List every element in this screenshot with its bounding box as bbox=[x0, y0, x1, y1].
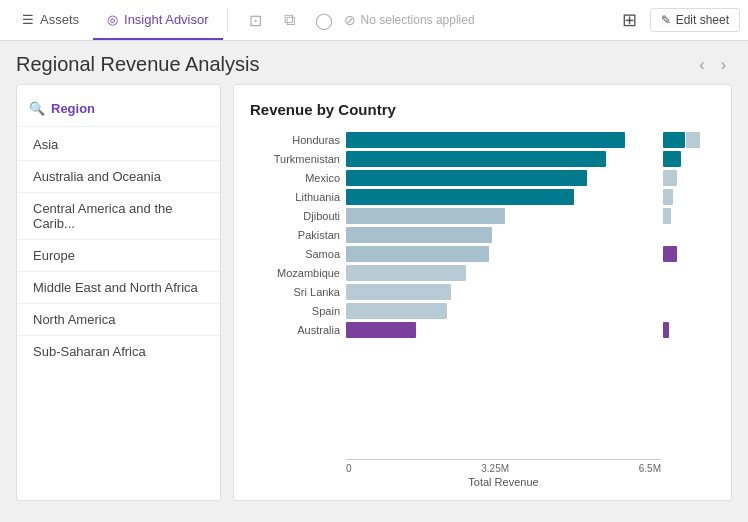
page-header: Regional Revenue Analysis ‹ › bbox=[0, 41, 748, 84]
bars-container bbox=[346, 265, 663, 281]
region-item[interactable]: Middle East and North Africa bbox=[17, 272, 220, 304]
region-item[interactable]: Sub-Saharan Africa bbox=[17, 336, 220, 367]
chart-row: Samoa bbox=[250, 246, 663, 262]
tab-assets[interactable]: ☰ Assets bbox=[8, 0, 93, 40]
bar-main[interactable] bbox=[346, 265, 466, 281]
bars-container bbox=[346, 208, 663, 224]
assets-label: Assets bbox=[40, 12, 79, 27]
right-bar-row bbox=[663, 265, 715, 281]
edit-sheet-btn[interactable]: ✎ Edit sheet bbox=[650, 8, 740, 32]
right-bar-seg bbox=[686, 132, 700, 148]
bars-container bbox=[346, 132, 663, 148]
grid-icon[interactable]: ⊞ bbox=[614, 4, 646, 36]
region-item[interactable]: Australia and Oceania bbox=[17, 161, 220, 193]
x-label-1: 3.25M bbox=[481, 463, 509, 474]
bars-container bbox=[346, 284, 663, 300]
row-label: Mozambique bbox=[250, 267, 340, 279]
region-item[interactable]: Asia bbox=[17, 129, 220, 161]
filter-search-area: 🔍 Region bbox=[17, 97, 220, 127]
region-item[interactable]: Europe bbox=[17, 240, 220, 272]
chart-row: Mexico bbox=[250, 170, 663, 186]
right-icons: ⊞ ✎ Edit sheet bbox=[614, 4, 740, 36]
bar-main[interactable] bbox=[346, 284, 451, 300]
bars-container bbox=[346, 151, 663, 167]
right-bar-row bbox=[663, 208, 715, 224]
top-nav: ☰ Assets ◎ Insight Advisor ⊡ ⧉ ◯ ⊘ No se… bbox=[0, 0, 748, 41]
bar-main[interactable] bbox=[346, 227, 492, 243]
assets-icon: ☰ bbox=[22, 12, 34, 27]
circle-select-btn[interactable]: ◯ bbox=[308, 4, 340, 36]
right-bar-seg bbox=[663, 151, 681, 167]
row-label: Lithuania bbox=[250, 191, 340, 203]
right-bar-seg bbox=[663, 170, 677, 186]
bar-main[interactable] bbox=[346, 208, 505, 224]
right-bar-row bbox=[663, 303, 715, 319]
right-bar-row bbox=[663, 284, 715, 300]
edit-sheet-label: Edit sheet bbox=[676, 13, 729, 27]
bars-container bbox=[346, 189, 663, 205]
page-title: Regional Revenue Analysis bbox=[16, 53, 260, 76]
right-bar-seg bbox=[663, 132, 685, 148]
right-bar-row bbox=[663, 170, 715, 186]
insight-icon: ◎ bbox=[107, 12, 118, 27]
bar-main[interactable] bbox=[346, 303, 447, 319]
bar-main[interactable] bbox=[346, 170, 587, 186]
region-item[interactable]: Central America and the Carib... bbox=[17, 193, 220, 240]
row-label: Spain bbox=[250, 305, 340, 317]
right-bar-row bbox=[663, 246, 715, 262]
x-label-0: 0 bbox=[346, 463, 352, 474]
row-label: Sri Lanka bbox=[250, 286, 340, 298]
right-bar-row bbox=[663, 151, 715, 167]
bars-container bbox=[346, 170, 663, 186]
filter-label: Region bbox=[51, 101, 95, 116]
right-bar-seg bbox=[663, 189, 673, 205]
x-axis-line bbox=[346, 459, 661, 460]
x-axis-title: Total Revenue bbox=[346, 476, 661, 488]
bar-main[interactable] bbox=[346, 246, 489, 262]
region-select-btn[interactable]: ⧉ bbox=[274, 4, 306, 36]
next-arrow-btn[interactable]: › bbox=[715, 54, 732, 76]
tab-insight-advisor[interactable]: ◎ Insight Advisor bbox=[93, 0, 223, 40]
toolbar-icons: ⊡ ⧉ ◯ bbox=[240, 4, 340, 36]
chart-title: Revenue by Country bbox=[250, 101, 715, 118]
no-selections-area: ⊘ No selections applied bbox=[344, 12, 475, 28]
region-item[interactable]: North America bbox=[17, 304, 220, 336]
x-axis: 0 3.25M 6.5M Total Revenue bbox=[250, 459, 715, 488]
prev-arrow-btn[interactable]: ‹ bbox=[693, 54, 710, 76]
chart-row: Australia bbox=[250, 322, 663, 338]
row-label: Samoa bbox=[250, 248, 340, 260]
no-selections-text: No selections applied bbox=[361, 13, 475, 27]
right-bar-seg bbox=[663, 208, 671, 224]
main-content: 🔍 Region AsiaAustralia and OceaniaCentra… bbox=[0, 84, 748, 517]
right-bars-column bbox=[663, 132, 715, 453]
nav-arrows: ‹ › bbox=[693, 54, 732, 76]
row-label: Honduras bbox=[250, 134, 340, 146]
bar-main[interactable] bbox=[346, 322, 416, 338]
row-label: Pakistan bbox=[250, 229, 340, 241]
chart-row: Lithuania bbox=[250, 189, 663, 205]
nav-divider bbox=[227, 8, 228, 32]
row-label: Australia bbox=[250, 324, 340, 336]
row-label: Mexico bbox=[250, 172, 340, 184]
lasso-select-btn[interactable]: ⊡ bbox=[240, 4, 272, 36]
insight-label: Insight Advisor bbox=[124, 12, 209, 27]
row-label: Djibouti bbox=[250, 210, 340, 222]
bar-chart: HondurasTurkmenistanMexicoLithuaniaDjibo… bbox=[250, 132, 715, 488]
bar-main[interactable] bbox=[346, 151, 606, 167]
chart-row: Turkmenistan bbox=[250, 151, 663, 167]
bar-main[interactable] bbox=[346, 189, 574, 205]
bars-container bbox=[346, 227, 663, 243]
region-list: AsiaAustralia and OceaniaCentral America… bbox=[17, 129, 220, 367]
chart-rows: HondurasTurkmenistanMexicoLithuaniaDjibo… bbox=[250, 132, 663, 453]
chart-row: Pakistan bbox=[250, 227, 663, 243]
chart-row: Djibouti bbox=[250, 208, 663, 224]
bars-container bbox=[346, 322, 663, 338]
chart-row: Spain bbox=[250, 303, 663, 319]
right-bar-row bbox=[663, 227, 715, 243]
x-axis-labels: 0 3.25M 6.5M bbox=[346, 463, 661, 474]
chart-panel: Revenue by Country HondurasTurkmenistanM… bbox=[233, 84, 732, 501]
bar-main[interactable] bbox=[346, 132, 625, 148]
no-sel-icon: ⊘ bbox=[344, 12, 356, 28]
bars-container bbox=[346, 303, 663, 319]
chart-row: Sri Lanka bbox=[250, 284, 663, 300]
